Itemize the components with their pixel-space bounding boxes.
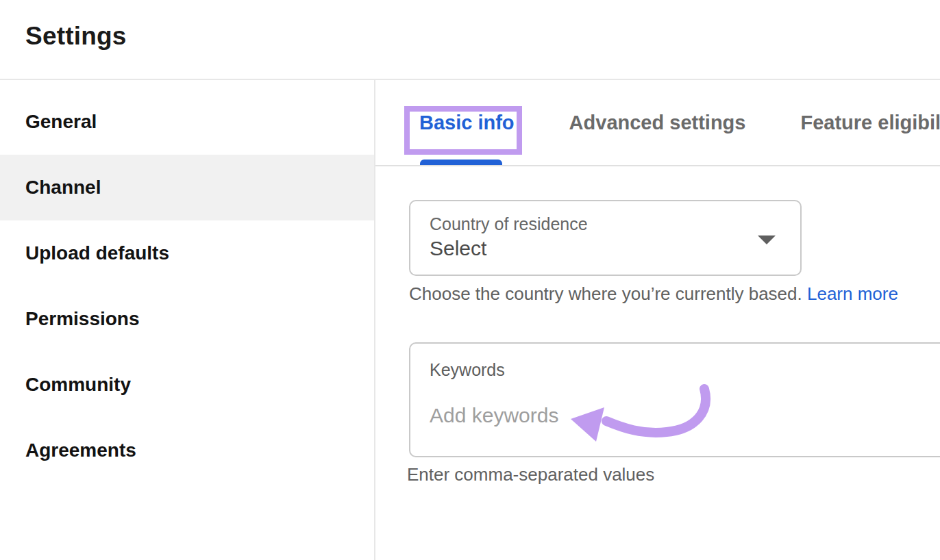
settings-sidebar: General Channel Upload defaults Permissi… [0, 89, 374, 483]
sidebar-item-agreements[interactable]: Agreements [0, 418, 374, 483]
tab-feature-eligibility[interactable]: Feature eligibility [800, 112, 940, 134]
keywords-placeholder: Add keywords [430, 404, 558, 427]
page-title: Settings [25, 22, 127, 51]
sidebar-item-community[interactable]: Community [0, 352, 374, 418]
country-helper-text: Choose the country where you’re currentl… [409, 283, 898, 305]
sidebar-item-upload-defaults[interactable]: Upload defaults [0, 220, 374, 286]
keywords-helper-text: Enter comma-separated values [407, 464, 654, 485]
sidebar-item-label: Agreements [25, 440, 136, 461]
caret-down-icon [758, 236, 776, 244]
sidebar-item-general[interactable]: General [0, 89, 374, 155]
keywords-input[interactable]: Keywords Add keywords [409, 342, 940, 457]
sidebar-item-label: Community [25, 374, 131, 396]
sidebar-item-label: Channel [25, 177, 101, 199]
country-dropdown-label: Country of residence [430, 214, 588, 234]
country-of-residence-dropdown[interactable]: Country of residence Select [409, 200, 802, 276]
sidebar-item-label: Permissions [25, 308, 140, 330]
sidebar-item-label: Upload defaults [25, 242, 169, 264]
tab-basic-info[interactable]: Basic info [419, 112, 515, 134]
keywords-field-label: Keywords [430, 360, 505, 380]
tab-bar: Basic info Advanced settings Feature eli… [375, 79, 940, 166]
tab-advanced-settings[interactable]: Advanced settings [569, 112, 746, 134]
learn-more-link[interactable]: Learn more [807, 283, 898, 304]
sidebar-item-channel[interactable]: Channel [0, 155, 374, 220]
sidebar-item-label: General [25, 111, 97, 133]
country-helper-label: Choose the country where you’re currentl… [409, 283, 807, 304]
tab-bar-divider [375, 165, 940, 166]
country-dropdown-value: Select [430, 237, 486, 260]
sidebar-item-permissions[interactable]: Permissions [0, 286, 374, 352]
